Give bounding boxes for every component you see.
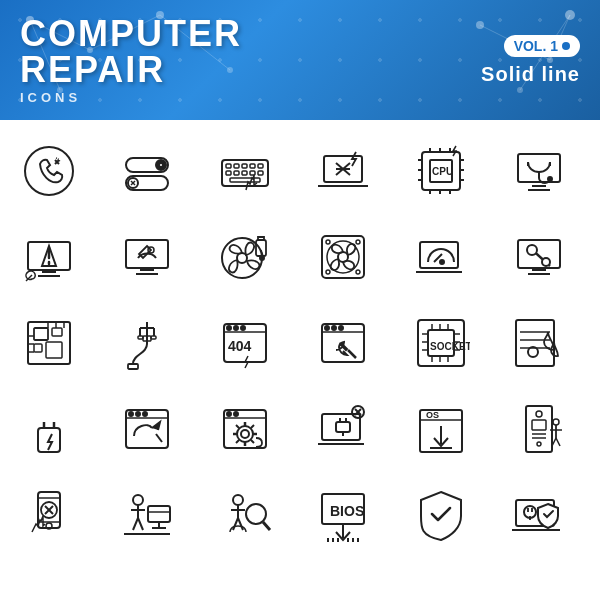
icons-section: CPU	[0, 120, 600, 566]
solid-line-label: Solid line	[481, 63, 580, 86]
svg-point-179	[536, 411, 542, 417]
svg-text:BIOS: BIOS	[330, 503, 364, 519]
svg-point-73	[260, 256, 264, 260]
svg-rect-93	[52, 328, 62, 336]
computer-tower-icon[interactable]	[498, 388, 580, 470]
svg-line-212	[263, 522, 270, 530]
svg-rect-166	[336, 422, 350, 432]
svg-rect-95	[46, 342, 62, 358]
svg-line-149	[156, 434, 162, 442]
browser-redirect-icon[interactable]	[106, 388, 188, 470]
svg-line-199	[133, 518, 138, 530]
svg-line-210	[238, 518, 243, 530]
svg-line-161	[251, 440, 254, 443]
phone-repair-icon[interactable]	[8, 130, 90, 212]
svg-rect-94	[34, 344, 42, 352]
bios-icon[interactable]: BIOS	[302, 474, 384, 556]
svg-point-59	[548, 177, 552, 181]
svg-rect-35	[230, 178, 260, 182]
svg-line-188	[556, 438, 560, 446]
svg-rect-108	[128, 364, 138, 369]
cooling-fan-oil-icon[interactable]	[204, 216, 286, 298]
svg-line-209	[233, 518, 238, 530]
svg-rect-31	[234, 171, 239, 175]
title-computer: COMPUTER	[20, 16, 242, 52]
svg-point-148	[143, 412, 147, 416]
svg-point-6	[565, 10, 575, 20]
svg-line-120	[348, 350, 356, 358]
toggle-switch-icon[interactable]	[106, 130, 188, 212]
plug-lightning-icon[interactable]	[8, 388, 90, 470]
keyboard-icon[interactable]	[204, 130, 286, 212]
computer-health-icon[interactable]	[498, 130, 580, 212]
system-fire-icon[interactable]	[498, 302, 580, 384]
shield-icon[interactable]	[400, 474, 482, 556]
svg-point-4	[476, 21, 484, 29]
svg-line-162	[251, 425, 254, 428]
svg-point-183	[537, 442, 541, 446]
svg-point-19	[159, 163, 163, 167]
svg-rect-29	[258, 164, 263, 168]
svg-point-155	[241, 430, 249, 438]
svg-point-80	[356, 270, 360, 274]
svg-point-184	[553, 419, 559, 425]
vol-dot	[562, 42, 570, 50]
system-settings-icon[interactable]	[204, 388, 286, 470]
phone-cancel-icon[interactable]	[8, 474, 90, 556]
title-repair: REPAIR	[20, 52, 165, 88]
svg-point-113	[241, 326, 245, 330]
case-fan-icon[interactable]	[302, 216, 384, 298]
svg-point-7	[517, 87, 523, 93]
svg-rect-180	[532, 420, 546, 430]
svg-point-119	[339, 326, 343, 330]
svg-point-78	[356, 240, 360, 244]
svg-rect-28	[250, 164, 255, 168]
technician-icon[interactable]	[106, 474, 188, 556]
svg-point-211	[246, 504, 266, 524]
svg-rect-136	[516, 320, 554, 366]
svg-point-111	[227, 326, 231, 330]
cpu-error-icon[interactable]: CPU	[400, 130, 482, 212]
os-install-icon[interactable]: OS	[400, 388, 482, 470]
monitor-warning-icon[interactable]	[8, 216, 90, 298]
svg-rect-32	[242, 171, 247, 175]
svg-line-160	[236, 425, 239, 428]
svg-rect-27	[242, 164, 247, 168]
usb-cable-icon[interactable]	[106, 302, 188, 384]
title-block: COMPUTER REPAIR ICONS	[20, 16, 242, 105]
header-subtitle: ICONS	[20, 90, 81, 105]
vol-label: VOL. 1	[514, 38, 558, 54]
tech-search-icon[interactable]	[204, 474, 286, 556]
svg-rect-25	[226, 164, 231, 168]
header-right: VOL. 1 Solid line	[481, 35, 580, 86]
svg-rect-106	[138, 336, 143, 339]
svg-rect-85	[518, 240, 560, 268]
laptop-speed-icon[interactable]	[400, 216, 482, 298]
laptop-plug-icon[interactable]	[302, 388, 384, 470]
svg-rect-74	[322, 236, 364, 278]
svg-point-147	[136, 412, 140, 416]
svg-line-163	[236, 440, 239, 443]
motherboard-icon[interactable]	[8, 302, 90, 384]
laptop-error-icon[interactable]	[302, 130, 384, 212]
svg-text:CPU: CPU	[432, 166, 453, 177]
browser-settings-icon[interactable]	[302, 302, 384, 384]
svg-point-89	[527, 245, 537, 255]
svg-point-196	[133, 495, 143, 505]
error-404-icon[interactable]: 404	[204, 302, 286, 384]
svg-rect-201	[148, 506, 170, 522]
monitor-repair-icon[interactable]	[106, 216, 188, 298]
socket-icon[interactable]: SOCKET	[400, 302, 482, 384]
svg-point-117	[325, 326, 329, 330]
svg-point-84	[440, 260, 444, 264]
svg-point-77	[326, 240, 330, 244]
svg-point-112	[234, 326, 238, 330]
svg-point-90	[542, 258, 550, 266]
svg-rect-33	[250, 171, 255, 175]
vol-badge: VOL. 1	[504, 35, 580, 57]
svg-text:OS: OS	[426, 410, 439, 420]
monitor-speed-icon[interactable]	[498, 216, 580, 298]
svg-text:SOCKET: SOCKET	[430, 341, 470, 352]
laptop-shield-icon[interactable]	[498, 474, 580, 556]
svg-text:404: 404	[228, 338, 252, 354]
